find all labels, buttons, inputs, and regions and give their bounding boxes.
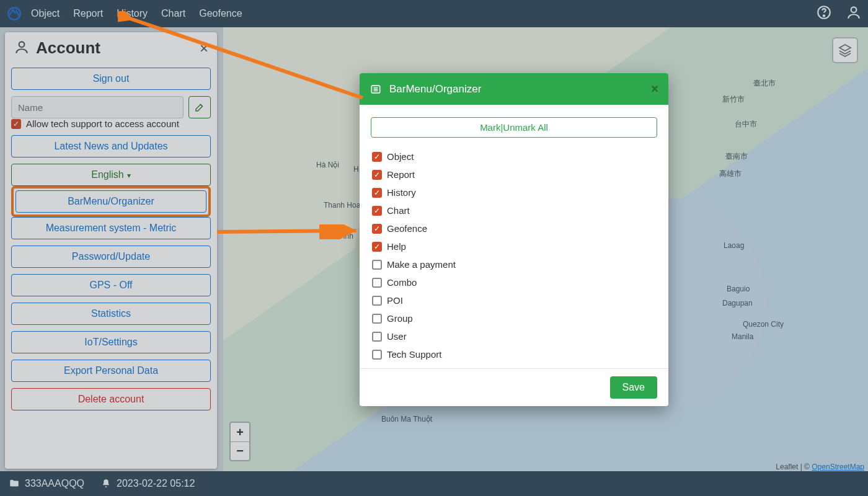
password-button[interactable]: Password/Update	[11, 246, 211, 268]
status-account[interactable]: 333AAAQQQ	[9, 478, 84, 489]
barmenu-highlight: BarMenu/Organizer	[11, 186, 211, 217]
svg-line-7	[217, 231, 356, 232]
language-button[interactable]: English	[11, 164, 211, 186]
modal-close-icon[interactable]: ×	[651, 82, 658, 96]
option-row[interactable]: ✓POI	[371, 291, 657, 309]
svg-point-2	[823, 15, 825, 16]
option-label: User	[387, 331, 407, 342]
option-checkbox[interactable]: ✓	[372, 188, 382, 198]
zoom-control: + −	[229, 422, 250, 461]
place-label: 臺北市	[753, 78, 776, 89]
annotation-arrow-top	[118, 11, 372, 110]
svg-point-3	[851, 7, 857, 12]
option-checkbox[interactable]: ✓	[372, 260, 382, 270]
option-label: Help	[387, 241, 406, 252]
gps-button[interactable]: GPS - Off	[11, 274, 211, 296]
nav-report[interactable]: Report	[73, 8, 103, 19]
place-label: 臺南市	[725, 151, 748, 162]
option-label: Group	[387, 313, 413, 324]
option-row[interactable]: ✓Chart	[371, 202, 657, 219]
svg-point-4	[19, 42, 25, 47]
option-checkbox[interactable]: ✓	[372, 314, 382, 324]
option-checkbox[interactable]: ✓	[372, 170, 382, 180]
statistics-button[interactable]: Statistics	[11, 303, 211, 325]
map-attribution: Leaflet | © OpenStreetMap	[776, 463, 864, 471]
option-row[interactable]: ✓Report	[371, 166, 657, 184]
place-label: Manila	[732, 332, 753, 341]
status-bar: 333AAAQQQ 2023-02-22 05:12	[0, 471, 868, 496]
modal-header: BarMenu/Organizer ×	[360, 73, 668, 105]
place-label: 新竹市	[722, 94, 745, 105]
nav-object[interactable]: Object	[31, 8, 60, 19]
option-row[interactable]: ✓Tech Support	[371, 345, 657, 363]
option-checkbox[interactable]: ✓	[372, 152, 382, 162]
place-label: Buôn Ma Thuột	[381, 415, 432, 423]
option-checkbox[interactable]: ✓	[372, 278, 382, 288]
status-timestamp[interactable]: 2023-02-22 05:12	[100, 478, 195, 489]
svg-line-6	[130, 19, 363, 98]
option-label: POI	[387, 295, 403, 306]
option-label: Report	[387, 169, 415, 180]
option-row[interactable]: ✓User	[371, 327, 657, 345]
zoom-in-button[interactable]: +	[231, 423, 249, 441]
place-label: Laoag	[724, 241, 744, 250]
option-row[interactable]: ✓Help	[371, 237, 657, 255]
option-row[interactable]: ✓Make a payment	[371, 255, 657, 273]
option-row[interactable]: ✓Group	[371, 309, 657, 327]
option-row[interactable]: ✓Combo	[371, 273, 657, 291]
delete-button[interactable]: Delete account	[11, 388, 211, 410]
place-label: 台中市	[735, 119, 757, 130]
barmenu-modal: BarMenu/Organizer × Mark|Unmark All ✓Obj…	[360, 73, 668, 406]
option-label: Tech Support	[387, 349, 441, 360]
bell-icon	[100, 478, 112, 489]
app-logo-icon	[6, 6, 22, 22]
option-row[interactable]: ✓Object	[371, 148, 657, 166]
measurement-button[interactable]: Measurement system - Metric	[11, 217, 211, 239]
option-checkbox[interactable]: ✓	[372, 296, 382, 306]
mark-unmark-button[interactable]: Mark|Unmark All	[371, 117, 657, 138]
attribution-link[interactable]: OpenStreetMap	[812, 463, 864, 471]
save-button[interactable]: Save	[610, 376, 657, 399]
barmenu-button[interactable]: BarMenu/Organizer	[16, 190, 206, 213]
place-label: Quezon City	[743, 320, 784, 329]
option-checkbox[interactable]: ✓	[372, 224, 382, 234]
option-row[interactable]: ✓History	[371, 184, 657, 202]
place-label: Hà Nội	[316, 161, 339, 169]
option-label: Geofence	[387, 223, 427, 234]
place-label: 高雄市	[719, 169, 742, 179]
zoom-out-button[interactable]: −	[231, 441, 249, 460]
tech-support-label: Allow tech support to access account	[26, 118, 179, 129]
export-button[interactable]: Export Personal Data	[11, 360, 211, 382]
place-label: Dagupan	[722, 299, 753, 308]
tech-support-checkbox[interactable]: ✓	[11, 119, 21, 129]
modal-title: BarMenu/Organizer	[389, 83, 481, 95]
user-icon	[14, 39, 36, 58]
option-label: Object	[387, 151, 414, 162]
option-row[interactable]: ✓Geofence	[371, 219, 657, 237]
iot-button[interactable]: IoT/Settings	[11, 331, 211, 353]
option-checkbox[interactable]: ✓	[372, 350, 382, 360]
annotation-arrow-mid	[217, 224, 366, 239]
folder-icon	[9, 478, 20, 489]
option-checkbox[interactable]: ✓	[372, 242, 382, 252]
place-label: Baguio	[727, 285, 750, 293]
help-icon[interactable]	[816, 4, 832, 23]
option-label: History	[387, 187, 416, 198]
option-label: Combo	[387, 277, 417, 288]
account-icon[interactable]	[846, 4, 862, 23]
option-checkbox[interactable]: ✓	[372, 206, 382, 216]
latest-news-button[interactable]: Latest News and Updates	[11, 135, 211, 157]
place-label: Thanh Hoa	[324, 201, 360, 210]
layers-button[interactable]	[832, 37, 858, 63]
option-list: ✓Object✓Report✓History✓Chart✓Geofence✓He…	[371, 148, 657, 363]
option-label: Chart	[387, 205, 410, 216]
option-label: Make a payment	[387, 259, 456, 270]
option-checkbox[interactable]: ✓	[372, 332, 382, 342]
